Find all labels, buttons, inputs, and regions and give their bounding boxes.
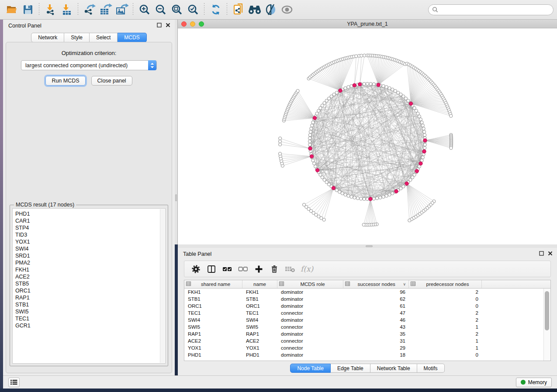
table-cell: RAP1 xyxy=(184,331,242,337)
deselect-all-icon[interactable] xyxy=(235,262,251,275)
column-type-icon xyxy=(186,281,191,287)
mcds-result-node[interactable]: PMA2 xyxy=(15,259,165,266)
tab-style[interactable]: Style xyxy=(64,33,90,42)
optimization-select[interactable]: largest connected component (undirected) xyxy=(21,60,157,70)
table-row[interactable]: SWI4SWI4dominator462 xyxy=(184,316,543,323)
table-cell: 0 xyxy=(409,296,482,302)
table-row[interactable]: FKH1FKH1dominator962 xyxy=(184,289,543,296)
column-header-predecessor-nodes[interactable]: predecessor nodes xyxy=(409,280,482,288)
memory-button[interactable]: Memory xyxy=(516,378,552,387)
column-header-name[interactable]: name xyxy=(242,280,277,288)
mcds-result-node[interactable]: RAP1 xyxy=(15,294,165,301)
optimization-select-value: largest connected component (undirected) xyxy=(25,62,128,69)
column-header-successor-nodes[interactable]: successor nodes∨ xyxy=(343,280,409,288)
divider-grip[interactable] xyxy=(175,194,177,201)
table-cell: 46 xyxy=(343,317,409,323)
mcds-result-list[interactable]: PHD1CAR1STP4TID3YOX1SWI4SRD1PMA2FKH1ACE2… xyxy=(12,208,166,364)
table-scrollbar[interactable] xyxy=(543,289,550,361)
run-mcds-button[interactable]: Run MCDS xyxy=(45,76,85,86)
export-network-icon[interactable] xyxy=(81,2,97,17)
zoom-fit-icon[interactable] xyxy=(169,2,185,17)
table-settings-gear-icon[interactable] xyxy=(188,262,204,275)
scrollbar-thumb[interactable] xyxy=(545,291,549,330)
tab-edge-table[interactable]: Edge Table xyxy=(331,364,370,373)
float-panel-icon[interactable] xyxy=(157,23,162,29)
import-network-icon[interactable] xyxy=(42,2,59,17)
mcds-result-node[interactable]: PHD1 xyxy=(15,210,165,217)
close-panel-button[interactable]: Close panel xyxy=(91,76,132,86)
column-header-shared-name[interactable]: shared name xyxy=(184,280,242,288)
delete-column-trash-icon[interactable] xyxy=(266,262,282,275)
horizontal-split-divider[interactable] xyxy=(178,244,557,248)
task-history-icon[interactable] xyxy=(8,378,20,387)
table-cell: ACE2 xyxy=(242,338,277,344)
network-from-file-icon[interactable] xyxy=(230,2,246,17)
result-scrollbar[interactable] xyxy=(160,209,165,363)
mcds-result-node[interactable]: STP4 xyxy=(15,224,165,231)
network-titlebar[interactable]: YPA_prune.txt_1 xyxy=(178,20,557,28)
zoom-in-icon[interactable] xyxy=(136,2,152,17)
table-row[interactable]: YOX1YOX1connector291 xyxy=(184,344,543,351)
zoom-selected-icon[interactable] xyxy=(185,2,201,17)
show-columns-icon[interactable] xyxy=(204,262,219,275)
close-panel-icon[interactable] xyxy=(548,251,553,257)
toolbar-separator xyxy=(204,3,204,16)
float-panel-icon[interactable] xyxy=(539,251,544,257)
save-session-icon[interactable] xyxy=(20,2,36,17)
table-cell: 61 xyxy=(343,303,409,309)
zoom-out-icon[interactable] xyxy=(152,2,169,17)
export-table-icon[interactable] xyxy=(97,2,114,17)
mcds-result-node[interactable]: SRD1 xyxy=(15,252,165,259)
tab-network-table[interactable]: Network Table xyxy=(370,364,417,373)
tab-select[interactable]: Select xyxy=(90,33,118,42)
tab-node-table[interactable]: Node Table xyxy=(290,364,331,373)
column-type-icon xyxy=(411,281,415,287)
table-row[interactable]: SWI5SWI5connector431 xyxy=(184,323,543,330)
table-row[interactable]: ORC1ORC1dominator610 xyxy=(184,303,543,309)
import-table-icon[interactable] xyxy=(59,2,75,17)
export-image-icon[interactable] xyxy=(114,2,130,17)
table-row[interactable]: PHD1PHD1dominator180 xyxy=(184,351,543,358)
visual-styles-icon[interactable] xyxy=(263,2,279,17)
mcds-result-node[interactable]: STB1 xyxy=(15,301,165,308)
mcds-result-node[interactable]: FKH1 xyxy=(15,266,165,273)
table-row[interactable]: TEC1TEC1connector472 xyxy=(184,309,543,316)
table-row[interactable]: STB1STB1dominator620 xyxy=(184,296,543,303)
add-column-icon[interactable] xyxy=(251,262,266,275)
table-row[interactable]: RAP1RAP1dominator352 xyxy=(184,330,543,337)
table-row[interactable]: ACE2ACE2connector311 xyxy=(184,337,543,344)
open-file-icon[interactable] xyxy=(3,2,20,17)
node-table: shared namenameMCDS rolesuccessor nodes∨… xyxy=(184,280,551,361)
divider-grip[interactable] xyxy=(366,245,373,247)
tab-network[interactable]: Network xyxy=(31,33,64,42)
search-input[interactable] xyxy=(428,4,554,15)
tab-mcds[interactable]: MCDS xyxy=(118,33,146,42)
mcds-result-node[interactable]: ACE2 xyxy=(15,273,165,280)
column-label: name xyxy=(244,282,275,287)
mcds-result-node[interactable]: TEC1 xyxy=(15,315,165,322)
refresh-view-icon[interactable] xyxy=(208,2,224,17)
mcds-result-node[interactable]: ORC1 xyxy=(15,287,165,294)
table-cell: 96 xyxy=(343,289,409,295)
network-graph-canvas[interactable] xyxy=(178,28,557,244)
table-cell: connector xyxy=(277,324,343,330)
mcds-result-node[interactable]: TID3 xyxy=(15,231,165,238)
mcds-result-node[interactable]: YOX1 xyxy=(15,238,165,245)
show-hide-graphics-icon[interactable] xyxy=(279,2,295,17)
close-panel-icon[interactable] xyxy=(166,23,170,29)
mcds-result-node[interactable]: CAR1 xyxy=(15,217,165,224)
vertical-split-divider[interactable] xyxy=(175,20,178,244)
mcds-result-node[interactable]: SWI4 xyxy=(15,245,165,252)
mcds-result-node[interactable]: SWI5 xyxy=(15,308,165,315)
table-cell: YOX1 xyxy=(242,345,277,351)
select-all-icon[interactable] xyxy=(219,262,235,275)
table-cell: RAP1 xyxy=(242,331,277,337)
mcds-result-node[interactable]: GCR1 xyxy=(15,322,165,329)
mcds-result-node[interactable]: STB5 xyxy=(15,280,165,287)
table-cell: ORC1 xyxy=(184,303,242,309)
main-toolbar xyxy=(0,0,557,20)
table-cell: YOX1 xyxy=(184,345,242,351)
column-header-MCDS-role[interactable]: MCDS role xyxy=(277,280,343,288)
search-binoculars-icon[interactable] xyxy=(246,2,263,17)
tab-motifs[interactable]: Motifs xyxy=(417,364,445,373)
